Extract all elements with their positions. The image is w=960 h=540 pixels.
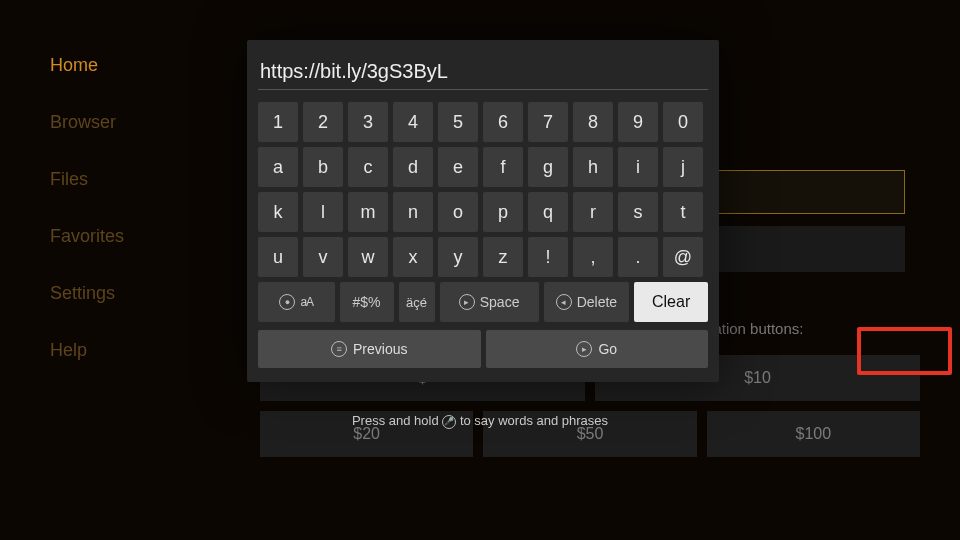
delete-label: Delete (577, 294, 617, 310)
key-p[interactable]: p (483, 192, 523, 232)
key-z[interactable]: z (483, 237, 523, 277)
sidebar-item-help[interactable]: Help (50, 340, 200, 361)
hint-text-before: Press and hold (352, 413, 442, 428)
key-u[interactable]: u (258, 237, 298, 277)
sidebar-item-settings[interactable]: Settings (50, 283, 200, 304)
key-e[interactable]: e (438, 147, 478, 187)
sidebar-item-home[interactable]: Home (50, 55, 200, 76)
key-5[interactable]: 5 (438, 102, 478, 142)
key-8[interactable]: 8 (573, 102, 613, 142)
key-b[interactable]: b (303, 147, 343, 187)
key-4[interactable]: 4 (393, 102, 433, 142)
sidebar-item-files[interactable]: Files (50, 169, 200, 190)
key-x[interactable]: x (393, 237, 433, 277)
key-6[interactable]: 6 (483, 102, 523, 142)
voice-hint: Press and hold 🎤 to say words and phrase… (0, 413, 960, 429)
key-accents[interactable]: äçé (399, 282, 435, 322)
key-symbols[interactable]: #$% (340, 282, 394, 322)
go-label: Go (598, 341, 617, 357)
key-r[interactable]: r (573, 192, 613, 232)
key-delete[interactable]: ◂ Delete (544, 282, 630, 322)
key-1[interactable]: 1 (258, 102, 298, 142)
key-a[interactable]: a (258, 147, 298, 187)
key-space[interactable]: ▸ Space (440, 282, 539, 322)
sidebar-item-favorites[interactable]: Favorites (50, 226, 200, 247)
key-7[interactable]: 7 (528, 102, 568, 142)
key-9[interactable]: 9 (618, 102, 658, 142)
url-input[interactable]: https://bit.ly/3gS3ByL (258, 52, 708, 90)
key-0[interactable]: 0 (663, 102, 703, 142)
key-at[interactable]: @ (663, 237, 703, 277)
key-y[interactable]: y (438, 237, 478, 277)
key-i[interactable]: i (618, 147, 658, 187)
space-label: Space (480, 294, 520, 310)
key-t[interactable]: t (663, 192, 703, 232)
key-exclaim[interactable]: ! (528, 237, 568, 277)
delete-icon: ◂ (556, 294, 572, 310)
key-h[interactable]: h (573, 147, 613, 187)
shift-indicator-icon: ● (279, 294, 295, 310)
key-shift[interactable]: ● aA (258, 282, 335, 322)
key-g[interactable]: g (528, 147, 568, 187)
key-q[interactable]: q (528, 192, 568, 232)
key-m[interactable]: m (348, 192, 388, 232)
function-row: ● aA #$% äçé ▸ Space ◂ Delete Clear (258, 282, 708, 322)
key-d[interactable]: d (393, 147, 433, 187)
previous-icon: ≡ (331, 341, 347, 357)
shift-label: aA (300, 295, 313, 309)
key-3[interactable]: 3 (348, 102, 388, 142)
go-button[interactable]: ▸ Go (486, 330, 709, 368)
key-v[interactable]: v (303, 237, 343, 277)
key-clear[interactable]: Clear (634, 282, 708, 322)
key-o[interactable]: o (438, 192, 478, 232)
keyboard-grid: 1 2 3 4 5 6 7 8 9 0 a b c d e f g h i j … (258, 102, 708, 277)
sidebar-item-browser[interactable]: Browser (50, 112, 200, 133)
key-j[interactable]: j (663, 147, 703, 187)
key-s[interactable]: s (618, 192, 658, 232)
previous-label: Previous (353, 341, 407, 357)
key-comma[interactable]: , (573, 237, 613, 277)
key-c[interactable]: c (348, 147, 388, 187)
space-icon: ▸ (459, 294, 475, 310)
previous-button[interactable]: ≡ Previous (258, 330, 481, 368)
nav-row: ≡ Previous ▸ Go (258, 330, 708, 368)
key-l[interactable]: l (303, 192, 343, 232)
sidebar: Home Browser Files Favorites Settings He… (0, 0, 200, 540)
key-k[interactable]: k (258, 192, 298, 232)
microphone-icon: 🎤 (442, 415, 456, 429)
key-n[interactable]: n (393, 192, 433, 232)
key-w[interactable]: w (348, 237, 388, 277)
key-f[interactable]: f (483, 147, 523, 187)
key-2[interactable]: 2 (303, 102, 343, 142)
onscreen-keyboard: https://bit.ly/3gS3ByL 1 2 3 4 5 6 7 8 9… (247, 40, 719, 382)
key-period[interactable]: . (618, 237, 658, 277)
go-icon: ▸ (576, 341, 592, 357)
hint-text-after: to say words and phrases (460, 413, 608, 428)
